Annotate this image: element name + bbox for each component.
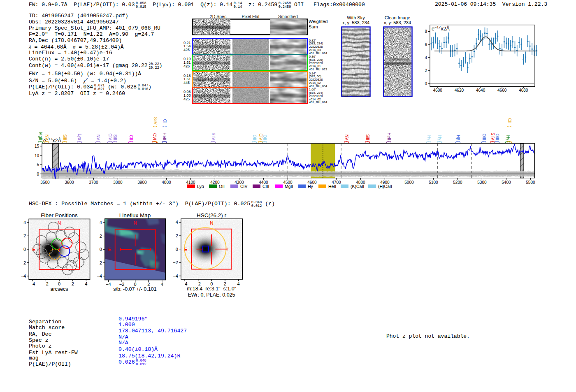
svg-text:2: 2 [176,233,178,238]
svg-text:N: N [58,220,61,225]
svg-text:CIII (: CIII ( [507,118,512,127]
svg-text:−4: −4 [30,281,35,286]
svg-text:4680: 4680 [519,88,528,93]
svg-text:5400: 5400 [502,180,511,185]
svg-text:4: 4 [23,220,26,225]
svg-text:0: 0 [58,281,60,286]
svg-text:8: 8 [425,29,427,34]
svg-text:−4: −4 [173,274,178,278]
svg-text:3900: 3900 [137,180,147,185]
svg-text:10: 10 [35,153,39,158]
svg-text:NV: NV [96,135,100,140]
svg-text:−2: −2 [195,281,201,286]
svg-text:(H)CaII: (H)CaII [378,184,392,189]
svg-text:4200: 4200 [210,180,220,185]
svg-text:−4: −4 [97,274,102,278]
svg-text:2: 2 [100,234,102,239]
svg-text:4: 4 [85,281,87,286]
svg-text:CIV: CIV [258,133,263,140]
svg-text:5200: 5200 [453,180,462,185]
svg-text:3800: 3800 [113,180,123,185]
svg-text:−4: −4 [182,281,188,286]
svg-text:OII: OII [262,135,267,140]
svg-text:4620: 4620 [455,88,464,93]
svg-text:2: 2 [425,68,427,73]
svg-text:SiII: SiII [113,134,117,140]
svg-text:0: 0 [100,247,102,252]
svg-text:−2: −2 [97,260,102,265]
svg-text:(K)CaII: (K)CaII [351,184,364,189]
svg-text:4640: 4640 [476,88,485,93]
svg-text:NV: NV [344,135,349,140]
svg-text:SiIV: SiIV [490,133,495,141]
svg-text:N: N [133,220,137,225]
svg-text:CIV: CIV [240,184,248,189]
svg-text:SiII: SiII [365,134,370,140]
svg-text:E: E [184,247,188,252]
svg-text:0: 0 [425,81,427,86]
svg-text:SiIV: SiIV [211,133,216,141]
svg-text:CIII: CIII [262,184,269,189]
svg-text:E: E [108,247,111,252]
svg-text:4100: 4100 [186,180,195,185]
svg-text:OII: OII [252,135,257,140]
svg-text:Hγ: Hγ [437,135,442,140]
svg-text:4660: 4660 [497,88,507,93]
svg-text:4: 4 [425,56,427,60]
svg-text:Hγ: Hγ [308,184,314,189]
svg-text:−4: −4 [106,282,111,287]
svg-text:E: E [32,247,35,252]
svg-text:e−17x2Å: e−17x2Å [432,25,450,32]
svg-text:4600: 4600 [433,88,443,93]
svg-text:Lyα: Lyα [197,184,204,189]
svg-text:0: 0 [37,172,39,176]
svg-text:−2: −2 [173,260,178,265]
svg-text:3600: 3600 [65,180,74,185]
svg-text:0: 0 [23,247,26,252]
svg-text:2: 2 [23,233,26,238]
svg-text:OIII: OIII [482,134,486,140]
svg-text:SiII: SiII [63,134,67,140]
svg-text:Hγ: Hγ [506,135,510,140]
svg-text:0: 0 [176,247,178,252]
svg-text:4000: 4000 [162,180,171,185]
svg-text:HeII: HeII [328,184,336,189]
svg-text:HeII: HeII [162,133,167,140]
svg-text:3500: 3500 [40,180,50,185]
svg-text:3700: 3700 [89,180,98,185]
svg-text:CII: CII [129,135,133,140]
svg-text:4: 4 [100,220,102,225]
svg-text:−4: −4 [21,274,26,278]
svg-text:OII: OII [219,184,225,189]
svg-text:NV: NV [44,135,49,140]
svg-text:0: 0 [210,281,213,286]
svg-text:2: 2 [224,281,226,286]
svg-text:5500: 5500 [526,180,535,185]
svg-text:5: 5 [37,162,39,167]
svg-text:OIII: OIII [495,134,499,140]
svg-text:5100: 5100 [429,180,438,185]
svg-text:HeII: HeII [387,133,391,140]
svg-text:Hγ: Hγ [427,135,431,140]
svg-text:SiIV (: SiIV ( [153,117,158,127]
svg-text:Hβ: Hβ [456,135,460,140]
svg-text:MgII: MgII [285,184,293,189]
svg-text:2: 2 [72,281,74,286]
svg-text:5000: 5000 [404,180,414,185]
svg-text:Lyα: Lyα [77,134,82,140]
svg-text:N: N [210,220,213,225]
svg-text:CIV: CIV [108,133,112,140]
svg-text:5300: 5300 [477,180,487,185]
svg-text:4: 4 [237,281,239,286]
svg-text:−2: −2 [21,260,26,265]
svg-text:15: 15 [35,144,39,148]
svg-text:OII (: OII ( [163,119,167,127]
svg-text:−2: −2 [43,281,49,286]
svg-text:OVI: OVI [152,133,157,140]
svg-text:4: 4 [176,220,178,225]
svg-text:4: 4 [161,282,163,287]
svg-text:6: 6 [425,42,427,47]
svg-text:MgII: MgII [38,132,43,140]
